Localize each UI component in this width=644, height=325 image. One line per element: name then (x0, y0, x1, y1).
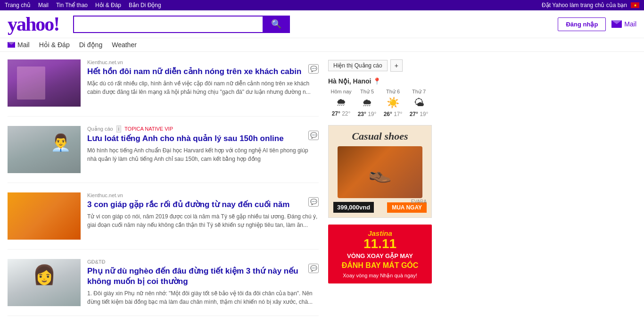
nav-weather-label: Weather (112, 41, 137, 49)
weather-day-thu5: Thứ 5 🌧 23° 19° (354, 89, 380, 117)
nav-item-mail[interactable]: Mail (8, 41, 30, 49)
ad-shoes-title: Casual shoes (333, 130, 427, 142)
weather-temp-today: 27° 22° (328, 110, 354, 117)
weather-temp-thu7: 27° 19° (406, 111, 432, 117)
news-item-3: Kienthuc.net.vn 3 con giáp gặp rắc rối đ… (8, 192, 319, 250)
news-thumb-1 (8, 59, 81, 107)
weather-icon-thu6: ☀️ (380, 97, 406, 109)
search-button[interactable]: 🔍 (263, 16, 290, 33)
location-pin-icon: 📍 (373, 77, 381, 85)
header: yahoo! 🔍 Đăng nhập Mail (0, 10, 644, 38)
news-desc-4: 1. Đôi giày xin Phụ nữ nên nhớ: "Một đôi… (87, 289, 319, 306)
news-item-1: Kienthuc.net.vn Hết hồn đôi nam nữ diễn … (8, 59, 319, 117)
news-thumb-4 (8, 259, 81, 306)
nav-didong-label: Di động (79, 41, 102, 49)
news-desc-3: Tử vi con giáp có nói, năm 2019 được coi… (87, 212, 319, 229)
news-thumb-2 (8, 126, 81, 173)
ad-sale-date: 11.11 (333, 237, 427, 250)
news-title-4[interactable]: Phụ nữ dù nghèo đến đâu đừng tiết kiệm 3… (87, 266, 319, 287)
topbar-link-trangchu[interactable]: Trang chủ (5, 2, 31, 8)
search-input[interactable] (73, 16, 263, 33)
set-homepage-text: Đặt Yahoo làm trang chủ của bạn (542, 2, 627, 8)
comment-icon-3[interactable] (308, 197, 319, 207)
weather-temp-thu6: 26° 17° (380, 111, 406, 117)
weather-icon-thu7: 🌤 (406, 97, 432, 109)
topbar-link-didong[interactable]: Bản Di Động (129, 2, 161, 8)
nav-mail-label: Mail (17, 41, 30, 49)
comment-icon-4[interactable] (308, 264, 319, 273)
news-desc-2: Mô hình học tiếng Anh chuẩn Đại học Harv… (87, 146, 319, 163)
news-feed: Kienthuc.net.vn Hết hồn đôi nam nữ diễn … (8, 59, 319, 325)
ad-sale-bottom: Xoay vòng may Nhận quà ngay! (333, 273, 427, 279)
weather-day-today: Hôm nay 🌧 27° 22° (328, 89, 354, 117)
weather-icon-thu5: 🌧 (354, 97, 380, 109)
header-right: Đăng nhập Mail (558, 17, 636, 31)
news-source-1: Kienthuc.net.vn (87, 59, 319, 65)
native-vip-label: TOPICA NATIVE VIP (124, 126, 173, 132)
ad-control-button[interactable]: Hiện thị Quảng cáo (328, 60, 388, 71)
news-content-3: Kienthuc.net.vn 3 con giáp gặp rắc rối đ… (87, 192, 319, 240)
news-title-1[interactable]: Hết hồn đôi nam nữ diễn cảnh nóng trên x… (87, 67, 319, 77)
comment-icon-2[interactable] (308, 131, 319, 140)
search-bar: 🔍 (73, 16, 290, 33)
news-source-4: GĐ&TĐ (87, 259, 319, 265)
news-content-4: GĐ&TĐ Phụ nữ dù nghèo đến đâu đừng tiết … (87, 259, 319, 306)
mail-link[interactable]: Mail (611, 20, 636, 28)
news-title-2[interactable]: Lưu loát tiếng Anh cho nhà quản lý sau 1… (87, 133, 319, 144)
news-desc-1: Mặc dù có rất nhiều clip, hình ảnh về vi… (87, 79, 319, 96)
mail-icon (611, 20, 622, 28)
news-content-2: Quảng cáo i TOPICA NATIVE VIP Lưu loát t… (87, 126, 319, 173)
top-bar-links: Trang chủ Mail Tin Thể thao Hỏi & Đáp Bả… (5, 2, 161, 8)
dangnhap-button[interactable]: Đăng nhập (558, 17, 606, 31)
news-item-2: Quảng cáo i TOPICA NATIVE VIP Lưu loát t… (8, 126, 319, 183)
ad-add-button[interactable]: + (390, 59, 403, 72)
vn-flag-icon (631, 2, 639, 8)
news-thumb-3 (8, 192, 81, 240)
topbar-link-hoidad[interactable]: Hỏi & Đáp (95, 2, 121, 8)
news-content-1: Kienthuc.net.vn Hết hồn đôi nam nữ diễn … (87, 59, 319, 107)
ad-sale-line2: ĐÁNH BAY MÁT GÓC (333, 261, 427, 270)
nav-item-didong[interactable]: Di động (79, 41, 102, 49)
sidebar: Hiện thị Quảng cáo + Hà Nội, Hanoi 📍 Hôm… (328, 59, 432, 325)
weather-widget: Hà Nội, Hanoi 📍 Hôm nay 🌧 27° 22° Thứ 5 … (328, 77, 432, 117)
nav-hoidad-label: Hỏi & Đáp (39, 41, 70, 49)
weather-label-thu5: Thứ 5 (354, 89, 380, 95)
weather-day-thu6: Thứ 6 ☀️ 26° 17° (380, 89, 406, 117)
nav-mail-icon (8, 42, 15, 48)
news-source-2: Quảng cáo i TOPICA NATIVE VIP (87, 126, 319, 132)
nav-item-weather[interactable]: Weather (112, 41, 137, 49)
yahoo-logo: yahoo! (8, 14, 59, 34)
ad-banner-shoes: Casual shoes 👞 EVARA 399,000vnd MUA NGAY (328, 125, 432, 218)
weather-location-text: Hà Nội, Hanoi (328, 77, 371, 85)
weather-icon-today: 🌧 (328, 96, 354, 108)
top-bar-right: Đặt Yahoo làm trang chủ của bạn (542, 2, 639, 8)
news-item-4: GĐ&TĐ Phụ nữ dù nghèo đến đâu đừng tiết … (8, 259, 319, 316)
main-content: Kienthuc.net.vn Hết hồn đôi nam nữ diễn … (0, 52, 566, 325)
ad-control: Hiện thị Quảng cáo + (328, 59, 432, 72)
weather-days: Hôm nay 🌧 27° 22° Thứ 5 🌧 23° 19° (328, 89, 432, 117)
weather-day-thu7: Thứ 7 🌤 27° 19° (406, 89, 432, 117)
ad-sale-content[interactable]: Jastina 11.11 VÒNG XOAY GẶP MAY ĐÁNH BAY… (328, 225, 432, 283)
ad-banner-sale: Jastina 11.11 VÒNG XOAY GẶP MAY ĐÁNH BAY… (328, 225, 432, 283)
ad-shoes-content[interactable]: Casual shoes 👞 EVARA 399,000vnd MUA NGAY (328, 125, 432, 218)
ad-label-2: i (116, 125, 121, 133)
nav-item-hoidad[interactable]: Hỏi & Đáp (39, 41, 70, 49)
news-title-3[interactable]: 3 con giáp gặp rắc rối đủ đường từ nay đ… (87, 200, 319, 210)
nav-bar: Mail Hỏi & Đáp Di động Weather (0, 38, 644, 52)
weather-temp-thu5: 23° 19° (354, 111, 380, 117)
top-bar: Trang chủ Mail Tin Thể thao Hỏi & Đáp Bả… (0, 0, 644, 10)
weather-label-thu7: Thứ 7 (406, 89, 432, 95)
comment-icon-1[interactable] (308, 64, 319, 74)
topbar-link-thethao[interactable]: Tin Thể thao (56, 2, 88, 8)
ad-shoes-image: 👞 (338, 146, 422, 198)
ad-shoes-price: 399,000vnd (333, 202, 374, 213)
topbar-link-mail[interactable]: Mail (38, 2, 49, 8)
ad-sale-line1: VÒNG XOAY GẶP MAY (333, 252, 427, 259)
weather-label-thu6: Thứ 6 (380, 89, 406, 95)
mail-label: Mail (624, 20, 636, 28)
ad-shoes-brand: EVARA (411, 199, 427, 204)
news-source-3: Kienthuc.net.vn (87, 192, 319, 198)
weather-location: Hà Nội, Hanoi 📍 (328, 77, 432, 85)
weather-label-today: Hôm nay (328, 89, 354, 94)
